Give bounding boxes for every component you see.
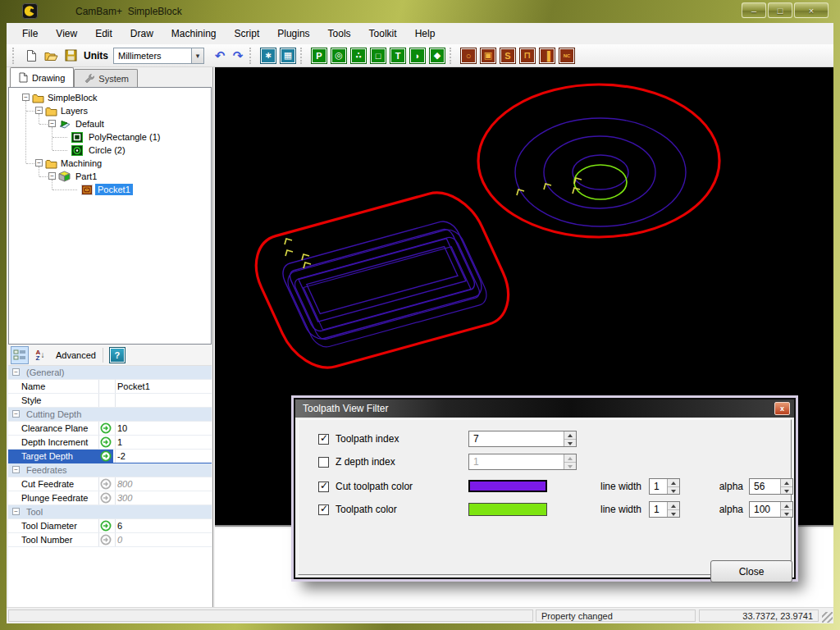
menu-script[interactable]: Script [226,25,269,43]
draw-surface-icon[interactable]: ◆ [430,48,445,63]
property-row-tool-number[interactable]: Tool Number 0 [8,533,212,547]
collapse-icon[interactable]: − [12,410,20,418]
dialog-close-icon[interactable]: x [774,402,790,415]
new-file-button[interactable] [21,46,41,66]
spin-down-icon[interactable] [564,440,576,447]
collapse-icon[interactable]: − [35,107,43,114]
menu-draw[interactable]: Draw [121,25,162,43]
spin-up-icon[interactable] [781,479,792,487]
snap-point-icon[interactable]: ∗ [261,48,276,63]
toolpath-color-swatch[interactable] [468,503,547,516]
collapse-icon[interactable]: − [48,120,56,127]
alphabetical-sort-button[interactable]: AZ↓ [31,346,49,364]
menu-toolkit[interactable]: Toolkit [360,25,406,43]
z-depth-index-label: Z depth index [336,456,395,468]
categorized-view-button[interactable] [11,346,29,364]
save-floppy-icon [65,49,77,62]
toolpath-index-checkbox[interactable] [318,434,329,445]
save-file-button[interactable] [61,46,80,66]
folder-icon [45,106,57,116]
draw-point-list-icon[interactable]: ∴ [351,48,366,63]
spin-down-icon[interactable] [781,487,792,495]
machining-pocket-icon[interactable]: ▣ [481,48,495,63]
undo-button[interactable]: ↶ [211,48,229,63]
property-category-cutting-depth[interactable]: − Cutting Depth [8,408,212,422]
spin-down-icon[interactable] [781,510,792,518]
snap-grid-icon[interactable]: ▦ [281,48,295,63]
spin-down-icon[interactable] [668,510,679,518]
advanced-button[interactable]: Advanced [56,350,96,360]
draw-text-icon[interactable]: T [390,48,405,63]
cut-toolpath-color-checkbox[interactable] [318,482,329,492]
toolbar-grip[interactable] [450,48,454,64]
toolpath-color-label: Toolpath color [336,504,397,515]
toolpath-alpha-spinner[interactable]: 100 [749,501,793,518]
minimize-button[interactable]: – [742,2,766,18]
draw-rectangle-icon[interactable]: □ [371,48,386,63]
collapse-icon[interactable]: − [12,466,20,473]
menu-help[interactable]: Help [406,25,445,43]
help-button[interactable]: ? [110,348,125,363]
menu-machining[interactable]: Machining [162,25,226,43]
units-select[interactable]: Millimeters [113,48,192,64]
machining-drill-icon[interactable]: ⊓ [520,48,535,63]
spin-up-icon[interactable] [668,502,679,510]
z-depth-index-checkbox[interactable] [318,457,329,468]
spin-down-icon[interactable] [668,487,679,495]
property-row-name[interactable]: Name Pocket1 [8,380,212,394]
dialog-titlebar[interactable]: Toolpath View Filter x [295,399,794,418]
property-category-tool[interactable]: − Tool [8,505,212,519]
property-row-cut-feedrate[interactable]: Cut Feedrate 800 [8,477,212,491]
maximize-button[interactable]: □ [768,2,792,18]
spin-up-icon[interactable] [781,502,792,510]
collapse-icon[interactable]: − [12,368,20,376]
property-row-depth-increment[interactable]: Depth Increment 1 [8,436,212,450]
units-dropdown-arrow-icon[interactable]: ▾ [192,48,204,64]
resize-grip[interactable] [822,612,833,623]
collapse-icon[interactable]: − [22,94,30,101]
collapse-icon[interactable]: − [12,508,20,515]
toolpath-index-spinner[interactable]: 7 [468,431,577,447]
property-row-plunge-feedrate[interactable]: Plunge Feedrate 300 [8,491,212,505]
toolpath-color-checkbox[interactable] [318,504,329,515]
redo-button[interactable]: ↷ [229,48,247,63]
line-width-label: line width [587,504,641,515]
spin-up-icon[interactable] [564,431,576,440]
close-button[interactable]: × [794,2,829,18]
draw-circle-icon[interactable]: ◎ [331,48,346,63]
menu-file[interactable]: File [13,25,47,43]
menu-tools[interactable]: Tools [319,25,360,43]
draw-arc-icon[interactable]: ◗ [410,48,425,63]
collapse-icon[interactable]: − [48,172,56,180]
spin-up-icon[interactable] [668,479,679,487]
cut-toolpath-color-swatch[interactable] [468,480,547,492]
panel-tabbar: Drawing System [10,67,138,87]
menu-edit[interactable]: Edit [86,25,121,43]
dialog-close-button[interactable]: Close [710,560,792,582]
menu-plugins[interactable]: Plugins [268,25,318,43]
collapse-icon[interactable]: − [35,159,43,167]
cut-alpha-spinner[interactable]: 56 [749,478,793,495]
property-category-general[interactable]: − (General) [8,366,212,380]
cut-line-width-spinner[interactable]: 1 [649,478,680,495]
machining-3d-profile-icon[interactable]: ▐ [540,48,555,63]
tab-drawing[interactable]: Drawing [10,67,74,87]
machining-engrave-icon[interactable]: S [500,48,515,63]
toolpath-line-width-spinner[interactable]: 1 [649,501,680,518]
machining-gcode-icon[interactable]: NC [559,48,574,63]
property-row-tool-diameter[interactable]: Tool Diameter 6 [8,519,212,533]
property-row-style[interactable]: Style [8,394,212,408]
toolbar-grip[interactable] [12,48,17,64]
titlebar[interactable]: CamBam+ SimpleBlock – □ × [0,0,840,23]
open-file-button[interactable] [41,46,61,66]
property-row-target-depth[interactable]: Target Depth -2 [8,450,212,463]
tab-system[interactable]: System [74,69,138,87]
property-row-clearance-plane[interactable]: Clearance Plane 10 [8,422,212,436]
menu-view[interactable]: View [47,25,86,43]
toolbar-grip[interactable] [300,48,305,64]
property-category-feedrates[interactable]: − Feedrates [8,463,212,477]
machining-profile-icon[interactable]: ○ [461,48,476,63]
draw-polyline-icon[interactable]: P [312,48,326,63]
dialog-title: Toolpath View Filter [303,403,389,414]
toolbar-grip[interactable] [249,48,254,64]
